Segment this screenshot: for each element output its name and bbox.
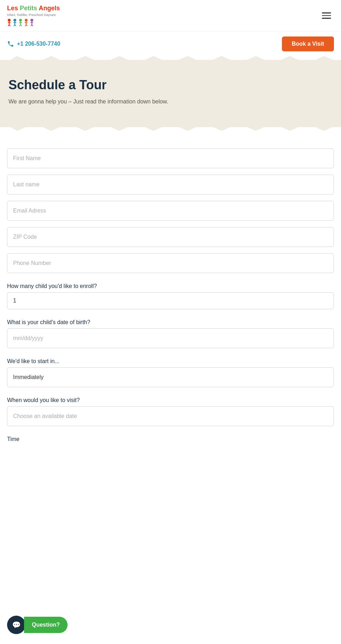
children-svg — [7, 18, 39, 26]
first-name-group — [7, 148, 334, 168]
dob-input[interactable] — [7, 328, 334, 348]
dob-group: What is your child's date of birth? — [7, 319, 334, 348]
svg-point-15 — [25, 19, 28, 22]
hamburger-line-3 — [322, 18, 331, 19]
svg-line-19 — [26, 24, 27, 26]
start-in-group: We'd like to start in... — [7, 358, 334, 387]
time-label: Time — [7, 436, 334, 442]
start-in-input[interactable] — [7, 367, 334, 387]
phone-number-group — [7, 253, 334, 273]
email-input[interactable] — [7, 201, 334, 221]
phone-number: +1 206-530-7740 — [17, 41, 60, 47]
phone-number-input[interactable] — [7, 253, 334, 273]
banner-subtitle: We are gonna help you – Just read the in… — [8, 97, 333, 106]
start-in-label: We'd like to start in... — [7, 358, 334, 365]
svg-line-24 — [32, 24, 33, 26]
zip-code-group — [7, 227, 334, 247]
book-visit-button[interactable]: Book a Visit — [282, 36, 334, 51]
children-count-input[interactable] — [7, 292, 334, 309]
last-name-group — [7, 175, 334, 194]
site-header: Les Petits Angels Infant, Toddler, Presc… — [0, 0, 341, 32]
zip-code-input[interactable] — [7, 227, 334, 247]
hamburger-line-1 — [322, 12, 331, 13]
chat-widget: 💬 Question? — [7, 616, 68, 634]
logo-angels: Angels — [37, 5, 60, 12]
svg-point-0 — [8, 19, 11, 22]
logo-children-figures — [7, 18, 60, 26]
schedule-tour-form: How many child you'd like to enroll? Wha… — [0, 131, 341, 463]
chat-question-button[interactable]: Question? — [24, 617, 68, 633]
hamburger-line-2 — [322, 15, 331, 16]
time-group: Time — [7, 436, 334, 442]
dob-label: What is your child's date of birth? — [7, 319, 334, 326]
last-name-input[interactable] — [7, 175, 334, 194]
logo-tagline: Infant, Toddler, Preschool Daycare — [7, 13, 60, 17]
visit-date-group: When would you like to visit? — [7, 397, 334, 426]
email-group — [7, 201, 334, 221]
phone-link[interactable]: +1 206-530-7740 — [7, 40, 60, 47]
logo-petits: Petits — [18, 5, 37, 12]
svg-point-5 — [13, 19, 16, 22]
visit-date-label: When would you like to visit? — [7, 397, 334, 403]
phone-icon — [7, 40, 14, 47]
page-title: Schedule a Tour — [8, 78, 333, 92]
hamburger-menu-button[interactable] — [319, 10, 334, 22]
children-count-label: How many child you'd like to enroll? — [7, 283, 334, 289]
svg-line-9 — [15, 24, 16, 26]
hero-banner: Schedule a Tour We are gonna help you – … — [0, 60, 341, 127]
svg-line-4 — [9, 24, 10, 26]
visit-date-input[interactable] — [7, 406, 334, 426]
logo-les: Les — [7, 5, 18, 12]
logo-text: Les Petits Angels — [7, 5, 60, 12]
svg-point-20 — [30, 19, 33, 22]
svg-point-10 — [19, 19, 22, 22]
first-name-input[interactable] — [7, 148, 334, 168]
phone-bar: +1 206-530-7740 Book a Visit — [0, 32, 341, 56]
svg-line-14 — [21, 24, 22, 26]
chat-bubble-button[interactable]: 💬 — [7, 616, 25, 634]
logo: Les Petits Angels Infant, Toddler, Presc… — [7, 5, 60, 26]
children-count-group: How many child you'd like to enroll? — [7, 283, 334, 309]
chat-bubble-icon: 💬 — [12, 621, 21, 629]
